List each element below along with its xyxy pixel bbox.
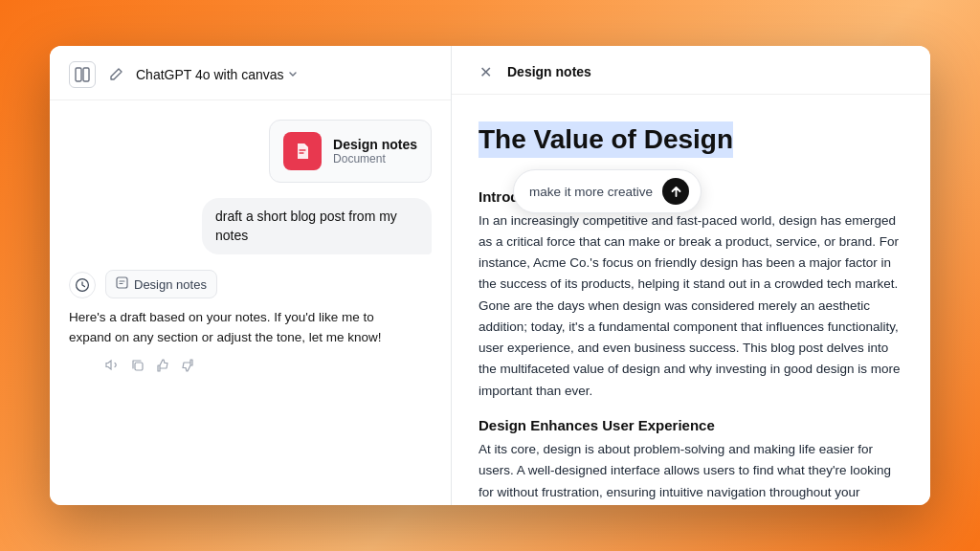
document-title: Design notes bbox=[333, 137, 417, 152]
ai-doc-reference[interactable]: Design notes bbox=[105, 270, 217, 298]
ai-action-bar bbox=[69, 358, 432, 375]
section1-heading: Design Enhances User Experience bbox=[479, 417, 903, 433]
chevron-down-icon bbox=[288, 69, 298, 80]
user-message: draft a short blog post from my notes bbox=[202, 198, 432, 254]
right-panel: ✕ Design notes The Value of Design make … bbox=[452, 46, 930, 505]
document-info: Design notes Document bbox=[333, 137, 417, 165]
sidebar-toggle-icon[interactable] bbox=[69, 61, 96, 88]
right-header: ✕ Design notes bbox=[452, 46, 930, 95]
svg-rect-0 bbox=[76, 68, 81, 81]
document-content: The Value of Design make it more creativ… bbox=[452, 95, 930, 505]
thumbs-down-button[interactable] bbox=[181, 359, 194, 375]
ai-response-text: Here's a draft based on your notes. If y… bbox=[69, 308, 394, 348]
ai-avatar-row: Design notes bbox=[69, 270, 432, 298]
speak-button[interactable] bbox=[105, 358, 120, 375]
document-attachment-card[interactable]: Design notes Document bbox=[269, 120, 432, 183]
tooltip-text: make it more creative bbox=[529, 185, 653, 199]
edit-icon[interactable] bbox=[105, 64, 126, 85]
document-subtitle: Document bbox=[333, 152, 417, 165]
svg-rect-4 bbox=[135, 363, 143, 370]
model-selector[interactable]: ChatGPT 4o with canvas bbox=[136, 67, 298, 82]
intro-text: In an increasingly competitive and fast-… bbox=[479, 210, 903, 402]
floating-edit-tooltip[interactable]: make it more creative bbox=[513, 169, 702, 213]
thumbs-up-button[interactable] bbox=[156, 359, 169, 375]
ai-response: Design notes Here's a draft based on you… bbox=[69, 270, 432, 375]
left-header: ChatGPT 4o with canvas bbox=[50, 46, 451, 100]
svg-rect-1 bbox=[83, 68, 89, 81]
document-icon bbox=[283, 132, 322, 170]
copy-button[interactable] bbox=[131, 359, 145, 375]
ai-avatar bbox=[69, 272, 96, 298]
doc-ref-icon bbox=[116, 276, 128, 292]
close-button[interactable]: ✕ bbox=[475, 61, 496, 82]
doc-main-title: The Value of Design bbox=[479, 121, 903, 173]
left-panel: ChatGPT 4o with canvas Design notes bbox=[50, 46, 452, 505]
right-panel-title: Design notes bbox=[507, 64, 591, 79]
chat-area: Design notes Document draft a short blog… bbox=[50, 100, 451, 505]
svg-rect-3 bbox=[117, 277, 127, 288]
doc-ref-label: Design notes bbox=[134, 277, 207, 292]
section1-text: At its core, design is about problem-sol… bbox=[479, 439, 903, 505]
app-window: ChatGPT 4o with canvas Design notes bbox=[50, 46, 930, 505]
tooltip-send-button[interactable] bbox=[662, 178, 689, 205]
